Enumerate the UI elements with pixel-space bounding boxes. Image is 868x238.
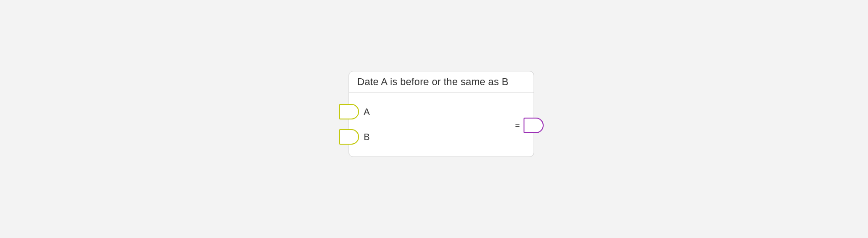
output-port[interactable]: = xyxy=(515,118,544,133)
input-port-b-label: B xyxy=(364,132,370,142)
port-icon xyxy=(339,104,359,119)
input-port-a[interactable]: A xyxy=(339,104,370,119)
output-port-label: = xyxy=(515,121,520,130)
port-icon xyxy=(339,129,359,145)
output-panel: = xyxy=(497,92,534,157)
port-icon xyxy=(524,118,544,133)
node-title: Date A is before or the same as B xyxy=(349,71,534,92)
input-port-a-label: A xyxy=(364,107,370,117)
node-body: A B = xyxy=(349,92,534,157)
node-card[interactable]: Date A is before or the same as B A B = xyxy=(349,71,534,157)
input-port-b[interactable]: B xyxy=(339,129,370,145)
